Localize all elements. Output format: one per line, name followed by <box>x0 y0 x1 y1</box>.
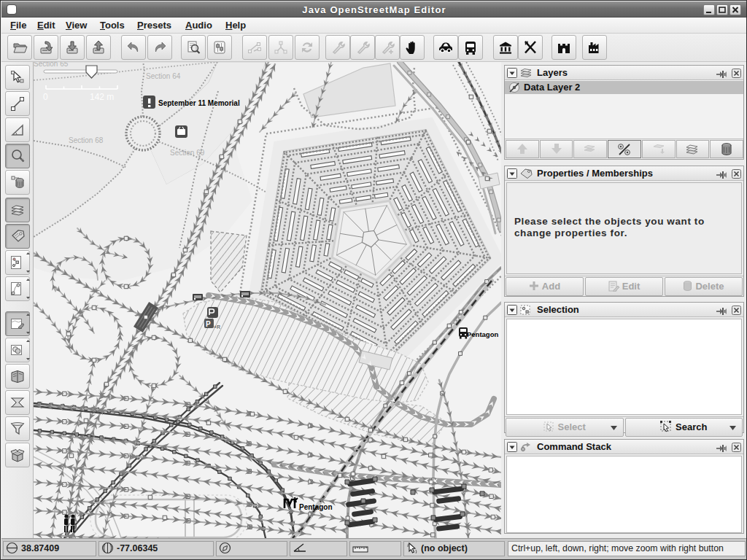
svg-text:September 11 Memorial: September 11 Memorial <box>158 99 240 107</box>
svg-text:Pentagon: Pentagon <box>467 330 498 338</box>
svg-text:0: 0 <box>43 92 48 102</box>
svg-text:142 m: 142 m <box>90 92 114 102</box>
svg-text:Section 69: Section 69 <box>170 149 205 157</box>
svg-text:Section 68: Section 68 <box>69 136 104 144</box>
svg-text:Pentagon: Pentagon <box>299 503 333 511</box>
svg-text:Section 65: Section 65 <box>34 62 69 68</box>
svg-text:P: P <box>206 320 211 328</box>
svg-text:+R: +R <box>214 324 220 330</box>
svg-text:Section 64: Section 64 <box>146 72 181 80</box>
